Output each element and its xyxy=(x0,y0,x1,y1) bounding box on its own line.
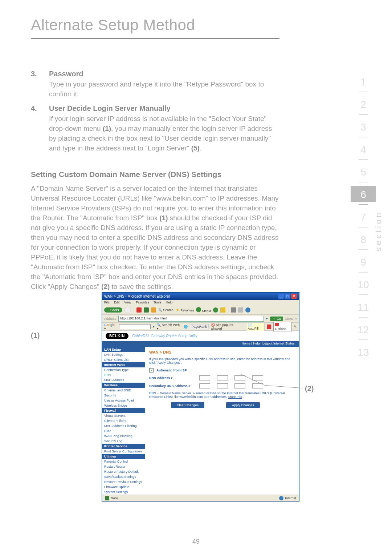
router-nav: LAN Setup LAN Settings DHCP Client List … xyxy=(102,347,145,495)
menu-edit[interactable]: Edit xyxy=(114,301,120,304)
home-icon[interactable] xyxy=(151,307,156,313)
section-tabs: 1 2 3 4 5 6 7 8 9 10 11 12 13 xyxy=(351,73,376,360)
menu-file[interactable]: File xyxy=(104,301,110,304)
minimize-icon[interactable]: _ xyxy=(278,294,284,299)
edit-icon[interactable] xyxy=(238,307,243,313)
tab-12[interactable]: 12 xyxy=(351,321,376,337)
dns-octet-3[interactable] xyxy=(234,375,245,380)
sec-dns-octet-2[interactable] xyxy=(217,383,228,388)
tab-8[interactable]: 8 xyxy=(351,231,376,247)
nav-system[interactable]: System Settings xyxy=(102,490,145,495)
google-blocked-icon[interactable] xyxy=(267,325,271,329)
google-highlight-icon[interactable]: ✎ xyxy=(294,325,297,329)
dns-octet-2[interactable] xyxy=(217,375,228,380)
done-icon xyxy=(105,496,109,500)
nav-firmware[interactable]: Firmware Update xyxy=(102,484,145,490)
nav-wireless-bridge[interactable]: Wireless Bridge xyxy=(102,403,145,408)
list-item-3: 3. Password Type in your password and re… xyxy=(31,70,279,99)
google-options[interactable]: Options xyxy=(273,322,292,331)
nav-dhcp-client[interactable]: DHCP Client List xyxy=(102,357,145,362)
nav-lan-settings[interactable]: LAN Settings xyxy=(102,352,145,357)
menu-view[interactable]: View xyxy=(124,301,131,304)
google-news-icon[interactable]: 🌐 xyxy=(184,325,188,329)
refresh-icon[interactable] xyxy=(144,307,149,313)
nav-mac-address[interactable]: MAC Address xyxy=(102,378,145,383)
history-icon[interactable] xyxy=(213,307,218,313)
google-search-button[interactable]: 🔍 Search Web ▾ xyxy=(157,323,181,330)
nav-section-printer: Printer Service xyxy=(102,444,145,449)
back-button[interactable]: ← Back ▾ xyxy=(104,307,122,313)
tab-10[interactable]: 10 xyxy=(351,276,376,292)
sec-dns-octet-3[interactable] xyxy=(234,383,245,388)
favorites-button[interactable]: ★ Favorites xyxy=(176,307,194,313)
tab-7[interactable]: 7 xyxy=(351,209,376,225)
google-pagerank[interactable]: PageRank xyxy=(190,324,209,329)
more-info-link[interactable]: More Info xyxy=(228,395,242,399)
print-icon[interactable] xyxy=(231,307,236,313)
dns-octet-1[interactable] xyxy=(199,375,210,380)
clear-changes-button[interactable]: Clear Changes xyxy=(171,402,204,408)
sec-dns-octet-1[interactable] xyxy=(199,383,210,388)
item-heading: Password xyxy=(49,70,279,78)
callout-1: (1) xyxy=(31,331,40,340)
address-input[interactable]: http://192.168.2.1/wan_dns.html xyxy=(118,316,264,322)
nav-security[interactable]: Security xyxy=(102,393,145,398)
address-label: Address xyxy=(104,317,116,321)
breadcrumb: WAN > DNS xyxy=(149,350,295,354)
menu-tools[interactable]: Tools xyxy=(154,301,161,304)
forward-button[interactable] xyxy=(124,307,131,313)
links-label[interactable]: Links xyxy=(285,317,293,321)
google-popup-blocker[interactable]: 🚫 Site popups allowed xyxy=(211,323,244,330)
nav-save-backup[interactable]: Save/Backup Settings xyxy=(102,474,145,479)
google-autofill[interactable]: 📄 AutoFill xyxy=(246,322,265,331)
nav-restart[interactable]: Restart Router xyxy=(102,464,145,469)
nav-security-log[interactable]: Security Log xyxy=(102,439,145,444)
nav-connection-type[interactable]: Connection Type xyxy=(102,367,145,372)
nav-dns[interactable]: DNS xyxy=(102,372,145,378)
menu-help[interactable]: Help xyxy=(166,301,173,304)
tab-11[interactable]: 11 xyxy=(351,299,376,315)
tab-9[interactable]: 9 xyxy=(351,254,376,270)
tab-5[interactable]: 5 xyxy=(351,164,376,180)
search-button[interactable]: 🔍 Search xyxy=(158,308,173,312)
tab-13[interactable]: 13 xyxy=(351,344,376,360)
tab-4[interactable]: 4 xyxy=(351,141,376,157)
nav-client-ip[interactable]: Client IP Filters xyxy=(102,418,145,423)
nav-restore-prev[interactable]: Restore Previous Settings xyxy=(102,479,145,484)
google-search-input[interactable] xyxy=(119,324,151,329)
stop-icon[interactable] xyxy=(136,307,142,313)
tab-1[interactable]: 1 xyxy=(351,73,376,89)
auto-isp-checkbox[interactable]: ✓ xyxy=(149,368,154,372)
maximize-icon[interactable]: □ xyxy=(285,294,290,299)
window-title: WAN > DNS - Microsoft Internet Explorer xyxy=(104,294,170,298)
mail-icon[interactable] xyxy=(220,307,225,313)
sec-dns-octet-4[interactable] xyxy=(252,383,263,388)
nav-mac-filtering[interactable]: MAC Address Filtering xyxy=(102,423,145,428)
tab-2[interactable]: 2 xyxy=(351,96,376,112)
apply-changes-button[interactable]: Apply Changes xyxy=(226,402,260,408)
page-title: Alternate Setup Method xyxy=(0,0,392,38)
callout-2: (2) xyxy=(305,384,314,393)
internet-icon xyxy=(279,496,283,500)
go-button[interactable]: → Go xyxy=(270,317,283,321)
google-logo[interactable]: Google ▾ xyxy=(104,323,117,330)
nav-restore-factory[interactable]: Restore Factory Default xyxy=(102,469,145,474)
belkin-logo: BELKIN xyxy=(106,333,128,339)
tab-6[interactable]: 6 xyxy=(351,186,376,202)
content-area: 3. Password Type in your password and re… xyxy=(0,39,392,291)
nav-parental[interactable]: Parental Control xyxy=(102,459,145,464)
nav-use-ap[interactable]: Use as Access Point xyxy=(102,398,145,403)
nav-print-server[interactable]: Print Server Configuration xyxy=(102,449,145,454)
nav-channel-ssid[interactable]: Channel and SSID xyxy=(102,388,145,393)
nav-dmz[interactable]: DMZ xyxy=(102,428,145,434)
discuss-icon[interactable] xyxy=(245,307,250,313)
tab-3[interactable]: 3 xyxy=(351,118,376,134)
router-page: BELKIN Cable/DSL Gateway Router Setup Ut… xyxy=(102,331,299,495)
router-subtitle: Cable/DSL Gateway Router Setup Utility xyxy=(132,334,197,338)
menu-favorites[interactable]: Favorites xyxy=(136,301,149,304)
nav-wan-ping[interactable]: WAN Ping Blocking xyxy=(102,434,145,439)
media-button[interactable]: Media xyxy=(196,307,211,313)
ie-window: WAN > DNS - Microsoft Internet Explorer … xyxy=(102,292,299,501)
close-icon[interactable]: ✕ xyxy=(291,294,297,299)
nav-virtual-servers[interactable]: Virtual Servers xyxy=(102,413,145,418)
